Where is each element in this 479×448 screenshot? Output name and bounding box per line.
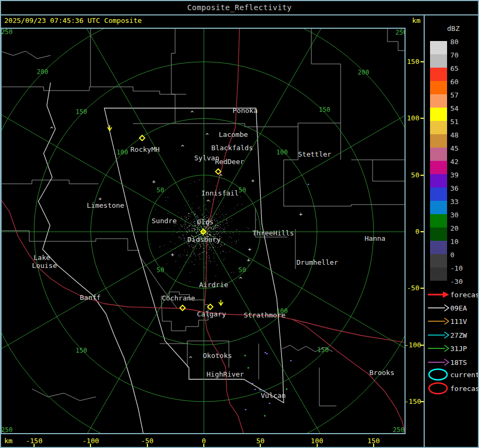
colorbar-value-label: 65 [450,64,472,72]
weak-echo-blue [254,389,256,390]
right-axis-tick-label: 0 [404,227,419,235]
weak-echo-green [286,388,287,390]
colorbar-band [430,54,447,68]
colorbar-value-label: 42 [450,158,472,166]
colorbar-band [430,161,447,174]
colorbar-value-label: 30 [450,211,472,219]
right-axis-tick-mark [420,345,424,346]
weak-echo-blue [262,390,264,391]
title-bar: Composite_Reflectivity [0,0,479,14]
colorbar-value-label: 70 [450,51,472,59]
coverage-outline [38,83,284,433]
right-axis-unit: km [404,17,420,25]
right-axis-tick-label: 100 [404,114,419,122]
colorbar-band [430,214,447,227]
colorbar-value-label: 45 [450,144,472,152]
radial-line [204,232,404,433]
radial-line [204,29,404,232]
bottom-axis-tick-mark [147,444,148,447]
weak-echo-blue [252,383,253,384]
colorbar-value-label: -10 [450,264,472,272]
radar-map-canvas[interactable] [2,29,404,433]
right-axis-tick-label: 150 [404,58,419,66]
weak-echo-blue [269,403,270,404]
county-boundaries [2,29,404,406]
colorbar-band [430,68,447,81]
radial-line [204,232,404,433]
right-axis-tick-label: -150 [404,397,419,405]
bottom-axis-tick-mark [317,444,318,447]
bottom-axis-tick-mark [260,444,261,447]
titlebar-divider [0,14,479,15]
colorbar-band [430,188,447,201]
right-axis-tick-mark [420,288,424,289]
right-axis-tick-mark [420,401,424,402]
colorbar-value-label: 20 [450,224,472,232]
colorbar-band [430,267,447,281]
legend-item-label: 27ZW [450,331,467,339]
colorbar-band [430,201,447,214]
weak-echo-green [244,355,246,356]
colorbar-band [430,148,447,161]
colorbar-value-label: 48 [450,131,472,139]
weak-echo-green [264,415,266,417]
colorbar-band [430,174,447,188]
bottom-axis-tick-mark [34,444,35,447]
legend-item-label: 31JP [450,345,467,353]
right-axis-tick-mark [420,118,424,119]
legend-item-label: current [450,371,479,379]
colorbar-band [430,134,447,148]
station-symbols [108,125,223,311]
window-title: Composite_Reflectivity [187,3,292,12]
bottom-axis-tick-mark [90,444,91,447]
legend-item-label: 09EA [450,304,467,312]
weak-echo-blue [245,409,246,410]
frame-left [0,0,1,448]
colorbar-value-label: 60 [450,78,472,86]
colorbar-value-label: 54 [450,104,472,112]
colorbar-title: dBZ [447,25,459,32]
legend-item-label: forecast [450,291,479,299]
colorbar-band [430,108,447,121]
radar-app-window: Composite_Reflectivity 2025/09/23 07:45:… [0,0,479,448]
colorbar-value-label: 10 [450,238,472,246]
radial-line [2,29,204,232]
bottom-axis-tick-mark [203,444,204,447]
colorbar-band [430,241,447,254]
legend-ellipse-icon [427,381,450,397]
radial-line [2,29,204,232]
colorbar-value-label: 57 [450,91,472,99]
colorbar-band [430,41,447,54]
colorbar-band [430,94,447,108]
right-axis-tick-label: -50 [404,284,419,292]
colorbar-value-label: 33 [450,198,472,206]
legend-item-label: 18TS [450,359,467,366]
colorbar-value-label: 39 [450,171,472,179]
weak-echo-blue [266,353,268,354]
colorbar-value-label: 51 [450,118,472,126]
right-axis-tick-mark [420,61,424,62]
legend-item-label: forecast [450,385,479,393]
right-axis-tick-label: -100 [404,341,419,349]
bottom-axis-unit: km [4,437,13,445]
legend-item-label: 111V [450,317,467,325]
bottom-axis-tick-mark [373,444,374,447]
radial-line [2,232,204,433]
weak-echo-green [247,367,249,369]
right-axis-tick-mark [420,231,424,232]
station-diamond-icon [180,305,185,311]
colorbar-band [430,227,447,241]
colorbar-value-label: 80 [450,38,472,46]
weak-echo-blue [259,389,261,390]
colorbar-band [430,254,447,267]
radar-map-svg [2,29,404,433]
colorbar-band [430,121,447,134]
weak-echo-blue [265,352,266,353]
colorbar-value-label: 0 [450,251,472,259]
right-axis-tick-mark [420,175,424,176]
station-diamond-icon [216,169,221,174]
timestamp-label: 2025/09/23 07:45:36 UTC Composite [4,17,142,25]
right-axis-tick-label: 50 [404,171,419,179]
colorbar-value-label: 36 [450,184,472,192]
radial-line [2,232,204,433]
